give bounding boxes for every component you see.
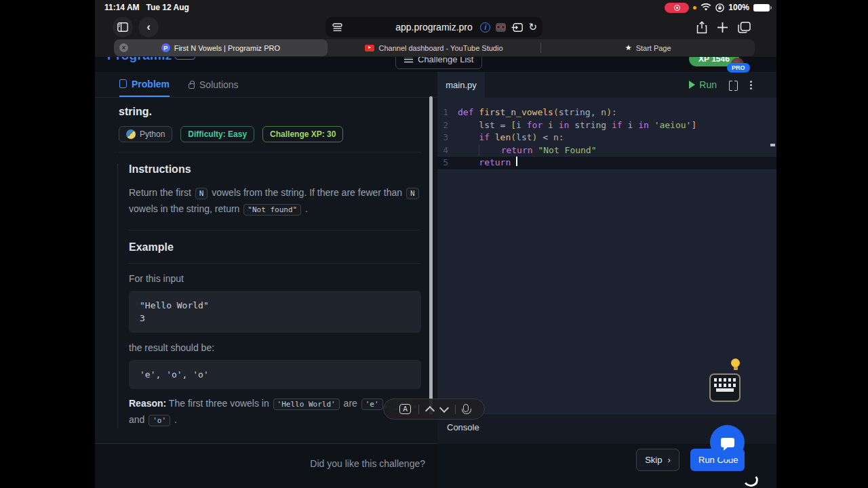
line-number: 3	[437, 131, 458, 144]
tab-overview-icon[interactable]	[738, 22, 751, 33]
star-icon: ★	[625, 43, 632, 52]
line-number: 1	[437, 106, 458, 119]
line-number: 2	[437, 119, 458, 132]
programiz-logo[interactable]: ProgramizPRO	[107, 57, 195, 63]
chevron-right-icon: ›	[667, 455, 670, 465]
divider	[129, 230, 421, 230]
problem-scrollbar[interactable]	[429, 96, 433, 415]
example-heading: Example	[129, 241, 421, 253]
battery-icon	[753, 4, 770, 12]
divider	[455, 405, 456, 414]
skip-button[interactable]: Skip›	[636, 449, 679, 471]
programiz-page: ProgramizPRO Challenge List XP 1546 PRO …	[95, 57, 776, 488]
code-line[interactable]: 2 lst = [i for i in string if i in 'aeio…	[437, 119, 776, 132]
ipad-screen: 11:14 AM Tue 12 Aug 100% ‹	[95, 0, 776, 488]
text-format-key-icon[interactable]: A	[399, 404, 411, 414]
problem-body: string. Python Difficulty: Easy Challeng…	[95, 98, 437, 428]
pro-plan-badge: PRO	[727, 63, 750, 73]
chat-widget-button[interactable]	[710, 425, 745, 460]
code-line[interactable]: 1def first_n_vowels(string, n):	[437, 106, 776, 119]
youtube-favicon	[365, 45, 374, 52]
fullscreen-icon[interactable]	[729, 81, 738, 89]
instructions-text: Return the first N vowels from the strin…	[129, 185, 421, 218]
divider	[129, 263, 421, 264]
status-date: Tue 12 Aug	[146, 3, 189, 12]
page-info-icon[interactable]: i	[480, 22, 490, 33]
share-icon[interactable]	[696, 21, 707, 34]
screen-recording-indicator[interactable]	[665, 3, 689, 13]
site-header: ProgramizPRO Challenge List XP 1546	[95, 57, 776, 72]
chevron-up-icon[interactable]	[425, 405, 435, 415]
hint-lightbulb-icon[interactable]	[731, 359, 740, 367]
microphone-in-use-dot	[693, 6, 696, 9]
editor-panel: main.py Run 1def first_n_vowels(string, …	[437, 72, 776, 488]
browser-toolbar: ‹ app.programiz.pro i ↻	[95, 15, 776, 39]
challenge-xp-badge: Challenge XP: 30	[262, 126, 343, 142]
line-number: 5	[437, 157, 458, 169]
microphone-icon[interactable]	[463, 404, 469, 412]
result-label: the result should be:	[129, 342, 421, 353]
dismiss-keyboard-button[interactable]	[709, 373, 741, 402]
adblock-extension-icon[interactable]	[496, 23, 506, 32]
tab-solutions[interactable]: Solutions	[189, 72, 239, 97]
new-tab-icon[interactable]	[717, 22, 728, 33]
orientation-lock-icon	[715, 3, 724, 12]
language-badge: Python	[119, 126, 172, 142]
play-icon	[689, 81, 695, 89]
python-icon	[126, 129, 136, 139]
tab-problem[interactable]: Problem	[119, 72, 170, 97]
book-icon	[119, 79, 127, 88]
like-challenge-prompt: Did you like this challenge?	[310, 458, 425, 469]
code-line[interactable]: 4 return "Not Found"	[437, 144, 776, 157]
code-line[interactable]: 5 return	[437, 157, 776, 169]
code-editor[interactable]: 1def first_n_vowels(string, n):2 lst = […	[437, 98, 776, 413]
problem-tabs: Problem Solutions	[95, 72, 437, 98]
status-time: 11:14 AM	[104, 3, 140, 12]
editor-header: main.py Run	[437, 72, 776, 98]
chat-icon	[721, 438, 734, 447]
extensions-icon[interactable]	[511, 23, 523, 32]
file-tab-mainpy[interactable]: main.py	[437, 72, 485, 98]
example-input-code: "Hello World" 3	[129, 291, 421, 333]
problem-title-fragment: string.	[119, 106, 421, 118]
status-bar: 11:14 AM Tue 12 Aug 100%	[95, 0, 776, 15]
lock-icon	[189, 83, 195, 89]
tab-youtube-studio[interactable]: Channel dashboard - YouTube Studio	[328, 39, 541, 56]
list-icon	[404, 57, 413, 63]
instructions-section: Instructions Return the first N vowels f…	[117, 163, 421, 428]
divider	[418, 405, 419, 414]
run-button[interactable]: Run	[689, 79, 717, 90]
tab-title: First N Vowels | Programiz PRO	[174, 44, 280, 52]
close-tab-icon[interactable]: ×	[119, 43, 128, 52]
tab-title: Start Page	[636, 44, 671, 52]
chevron-down-icon[interactable]	[439, 403, 449, 412]
instructions-heading: Instructions	[129, 163, 421, 176]
editor-menu-icon[interactable]	[750, 81, 752, 89]
logo-pro-badge: PRO	[175, 57, 195, 60]
reload-icon[interactable]: ↻	[528, 21, 537, 33]
text-cursor	[516, 157, 517, 166]
line-number: 4	[437, 144, 458, 157]
address-bar[interactable]: app.programiz.pro i ↻	[326, 17, 542, 37]
tab-programiz[interactable]: × P First N Vowels | Programiz PRO	[114, 39, 328, 56]
battery-percent: 100%	[728, 3, 749, 12]
keyboard-accessory-bar: A	[383, 399, 485, 420]
problem-panel: Problem Solutions string. Python Difficu…	[95, 72, 437, 444]
tab-title: Channel dashboard - YouTube Studio	[378, 44, 502, 52]
difficulty-badge: Difficulty: Easy	[180, 126, 254, 142]
example-result-code: 'e', 'o', 'o'	[129, 360, 421, 389]
wifi-icon	[701, 3, 711, 12]
back-button[interactable]: ‹	[138, 17, 159, 37]
editor-scrollbar-thumb[interactable]	[770, 144, 775, 146]
tab-bar: × P First N Vowels | Programiz PRO Chann…	[114, 39, 755, 56]
sidebar-toggle-button[interactable]	[113, 17, 133, 37]
challenge-list-button[interactable]: Challenge List	[395, 57, 482, 69]
reason-text: Reason: The first three vowels in 'Hello…	[129, 396, 421, 428]
input-label: For this input	[129, 273, 421, 284]
tab-start-page[interactable]: ★ Start Page	[541, 39, 755, 56]
programiz-favicon: P	[161, 43, 170, 52]
code-line[interactable]: 3 if len(lst) < n:	[437, 131, 776, 144]
